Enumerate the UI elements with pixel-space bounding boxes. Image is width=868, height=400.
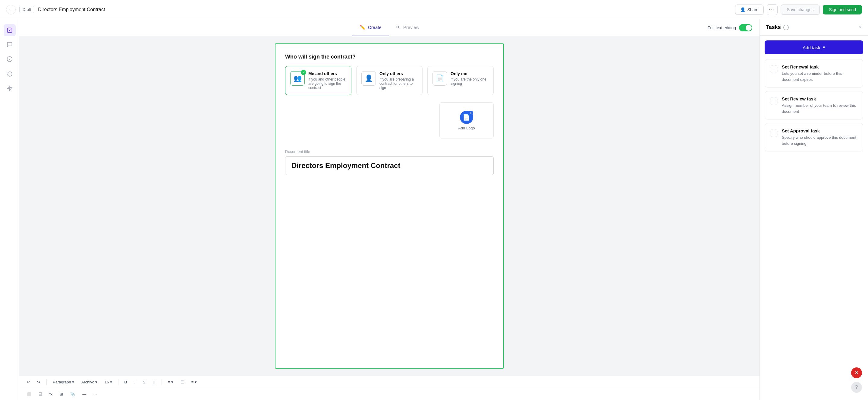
task-cards: + Set Renewal task Lets you set a remind…	[760, 59, 868, 151]
toolbar-divider-icon[interactable]: —	[80, 391, 89, 398]
sidebar-icon-info[interactable]	[4, 53, 16, 65]
size-chevron: ▾	[110, 380, 112, 384]
redo-button[interactable]: ↪	[35, 378, 43, 385]
sidebar-icon-checkbox[interactable]	[4, 24, 16, 36]
share-icon: 👤	[740, 7, 745, 12]
logo-plus-icon: +	[468, 111, 473, 116]
sign-option-only-me[interactable]: 📄 Only me If you are the only one signin…	[427, 66, 494, 95]
main-layout: ✏️ Create 👁 Preview Full text editing Wh…	[0, 19, 868, 400]
toolbar-crop-icon[interactable]: ⬜	[24, 391, 34, 398]
document-title-label: Document title	[285, 149, 494, 154]
only-me-title: Only me	[451, 71, 489, 76]
draft-badge[interactable]: Draft	[19, 6, 34, 13]
svg-marker-4	[7, 86, 12, 91]
logo-area[interactable]: 📄 + Add Logo	[439, 102, 494, 139]
toolbar-attachment-icon[interactable]: 📎	[68, 391, 78, 398]
list-button[interactable]: ☰	[178, 378, 187, 385]
share-label: Share	[747, 7, 758, 12]
toolbar-separator-3	[161, 379, 162, 385]
document-title-input[interactable]	[285, 156, 494, 175]
document-title: Directors Employment Contract	[38, 7, 732, 12]
add-logo-label: Add Logo	[458, 126, 475, 130]
paragraph-selector[interactable]: Paragraph ▾	[50, 378, 76, 385]
toolbar-more-icon[interactable]: ···	[91, 391, 99, 398]
tab-preview[interactable]: 👁 Preview	[389, 19, 427, 36]
align-button[interactable]: ≡ ▾	[165, 378, 176, 385]
task-renewal-desc: Lets you set a reminder before this docu…	[782, 70, 858, 82]
me-and-others-icon: 👥 ✓	[290, 71, 305, 86]
toolbar-checkbox-icon[interactable]: ☑	[36, 391, 44, 398]
editor-area: ✏️ Create 👁 Preview Full text editing Wh…	[19, 19, 760, 400]
add-logo-button[interactable]: 📄 + Add Logo	[458, 111, 475, 130]
create-icon: ✏️	[360, 24, 366, 30]
toolbar-table-icon[interactable]: ⊞	[57, 391, 65, 398]
me-and-others-desc: If you and other people are going to sig…	[308, 77, 346, 90]
sign-and-send-button[interactable]: Sign and send	[823, 5, 862, 15]
sidebar-icon-comment[interactable]	[4, 38, 16, 51]
bottom-right-area: 3 ?	[851, 367, 862, 393]
notification-badge[interactable]: 3	[851, 367, 862, 378]
share-button[interactable]: 👤 Share	[735, 4, 764, 15]
sign-option-me-and-others[interactable]: 👥 ✓ Me and others If you and other peopl…	[285, 66, 351, 95]
full-text-toggle-area: Full text editing	[708, 24, 752, 31]
panel-close-icon[interactable]: ×	[859, 24, 862, 30]
only-others-icon: 👤	[361, 71, 376, 86]
full-text-label: Full text editing	[708, 25, 736, 30]
line-spacing-button[interactable]: ≡ ▾	[189, 378, 199, 385]
tab-create-label: Create	[368, 25, 381, 30]
editor-toolbar-2: ⬜ ☑ fx ⊞ 📎 — ···	[19, 388, 760, 400]
task-approval-add-icon[interactable]: +	[770, 129, 778, 137]
who-sign-heading: Who will sign the contract?	[285, 54, 494, 60]
italic-button[interactable]: I	[132, 378, 138, 385]
underline-button[interactable]: U	[150, 378, 158, 385]
task-approval-desc: Specify who should approve this document…	[782, 135, 858, 146]
task-renewal-add-icon[interactable]: +	[770, 65, 778, 73]
task-renewal-content: Set Renewal task Lets you set a reminder…	[782, 64, 858, 82]
logo-circle-icon: 📄 +	[460, 111, 473, 124]
task-approval-content: Set Approval task Specify who should app…	[782, 128, 858, 146]
strikethrough-button[interactable]: S	[141, 378, 148, 385]
font-selector[interactable]: Archivo ▾	[79, 378, 100, 385]
toolbar-separator-2	[118, 379, 119, 385]
help-badge[interactable]: ?	[851, 382, 862, 393]
task-review-add-icon[interactable]: +	[770, 97, 778, 105]
add-task-chevron: ▾	[823, 45, 825, 50]
only-me-icon: 📄	[433, 71, 447, 86]
task-review-content: Set Review task Assign member of your te…	[782, 96, 858, 114]
tab-create[interactable]: ✏️ Create	[352, 19, 389, 36]
document-canvas: Who will sign the contract? 👥 ✓ Me and o…	[19, 36, 760, 376]
only-me-text: Only me If you are the only one signing	[451, 71, 489, 86]
undo-button[interactable]: ↩	[24, 378, 32, 385]
save-button[interactable]: Save changes	[781, 4, 820, 15]
topbar-right: 👤 Share ··· Save changes Sign and send	[735, 4, 862, 15]
add-task-button[interactable]: Add task ▾	[765, 40, 863, 54]
task-approval-title: Set Approval task	[782, 128, 858, 133]
task-card-renewal[interactable]: + Set Renewal task Lets you set a remind…	[765, 59, 863, 87]
me-and-others-text: Me and others If you and other people ar…	[308, 71, 346, 90]
size-selector[interactable]: 16 ▾	[102, 378, 114, 385]
task-card-review[interactable]: + Set Review task Assign member of your …	[765, 91, 863, 119]
paragraph-label: Paragraph	[53, 380, 71, 384]
toolbar-separator-1	[46, 379, 47, 385]
toolbar-formula-icon[interactable]: fx	[47, 391, 55, 398]
only-me-desc: If you are the only one signing	[451, 77, 489, 86]
sidebar-icon-history[interactable]	[4, 67, 16, 80]
right-panel: Tasks i × Add task ▾ + Set Renewal task …	[760, 19, 868, 400]
left-sidebar	[0, 19, 19, 400]
more-button[interactable]: ···	[767, 4, 778, 15]
task-card-approval[interactable]: + Set Approval task Specify who should a…	[765, 123, 863, 151]
selected-check: ✓	[301, 70, 306, 75]
task-review-title: Set Review task	[782, 96, 858, 102]
panel-header: Tasks i ×	[760, 19, 868, 36]
full-text-toggle[interactable]	[739, 24, 752, 31]
preview-icon: 👁	[396, 25, 401, 30]
panel-info-icon[interactable]: i	[783, 25, 789, 30]
sign-option-only-others[interactable]: 👤 Only others If you are preparing a con…	[356, 66, 423, 95]
back-button[interactable]: ←	[6, 5, 16, 15]
only-others-title: Only others	[379, 71, 417, 76]
font-chevron: ▾	[95, 380, 97, 384]
sign-options: 👥 ✓ Me and others If you and other peopl…	[285, 66, 494, 95]
bold-button[interactable]: B	[122, 378, 130, 385]
only-others-text: Only others If you are preparing a contr…	[379, 71, 417, 90]
sidebar-icon-lightning[interactable]	[4, 82, 16, 94]
